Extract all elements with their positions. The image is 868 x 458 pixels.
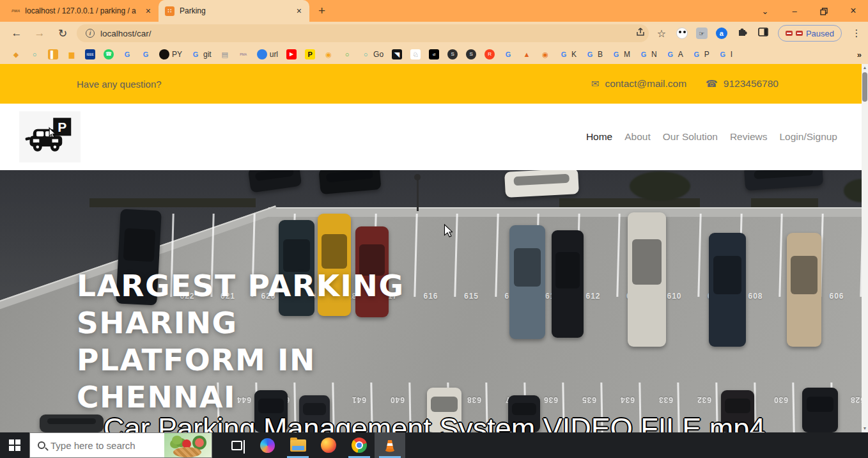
bookmark-youtube[interactable]: ▶ — [284, 49, 298, 59]
car-windshield — [513, 174, 570, 186]
parked-car — [552, 230, 584, 338]
bookmark-s[interactable]: S — [446, 49, 460, 59]
chrome-button[interactable] — [344, 432, 375, 458]
bookmark-device[interactable]: ▤ — [218, 49, 232, 59]
bookmark-camera[interactable]: ◉ — [322, 49, 336, 59]
scroll-up-icon[interactable]: ▲ — [862, 64, 868, 72]
tab-close-icon[interactable]: × — [144, 6, 152, 16]
nav-home[interactable]: Home — [586, 131, 612, 143]
bookmark-star-icon[interactable]: ☆ — [655, 28, 668, 40]
address-bar[interactable]: i localhost/car/ — [77, 24, 649, 42]
start-button[interactable] — [0, 432, 29, 458]
bookmark-google[interactable]: GN — [637, 49, 659, 59]
bookmark-whatsapp[interactable]: ☎ — [102, 49, 116, 59]
bookmark-github[interactable]: PY — [157, 49, 184, 59]
bookmark-url[interactable]: url — [255, 49, 280, 59]
google-icon: G — [611, 49, 621, 59]
bookmark-google[interactable]: GI — [716, 49, 734, 59]
site-logo[interactable]: P — [19, 111, 81, 162]
tab-phpmyadmin[interactable]: PMA localhost / 127.0.0.1 / parking / a … — [5, 0, 159, 22]
paused-label: Paused — [806, 29, 834, 38]
bookmark-google[interactable]: GP — [690, 49, 711, 59]
share-icon[interactable] — [634, 26, 647, 40]
bookmark-google[interactable]: G — [139, 49, 153, 59]
pointer-extension-icon[interactable]: ☞ — [696, 28, 708, 39]
a-extension-icon[interactable]: a — [716, 28, 727, 39]
tab-close-icon[interactable]: × — [295, 6, 303, 16]
bookmark-label: M — [624, 50, 630, 59]
bookmark-grid[interactable]: ▌ — [46, 49, 60, 59]
nav-login-signup[interactable]: Login/Signup — [780, 131, 838, 143]
new-tab-button[interactable]: + — [318, 4, 325, 18]
nav-reviews[interactable]: Reviews — [730, 131, 768, 143]
parking-line — [616, 214, 620, 297]
email-link[interactable]: ✉ contact@mail.com — [591, 78, 686, 90]
phone-link[interactable]: ☎ 9123456780 — [706, 78, 779, 90]
side-panel-icon[interactable] — [757, 26, 770, 40]
cl-icon: cl — [429, 49, 439, 59]
bookmark-google[interactable]: GA — [663, 49, 685, 59]
forward-icon[interactable]: → — [28, 27, 51, 40]
hero-heading-line: PLATFORM IN — [77, 342, 405, 379]
bookmark-bird[interactable]: ◥ — [390, 49, 404, 59]
back-icon[interactable]: ← — [5, 27, 28, 40]
bookmark-p[interactable]: P — [303, 49, 317, 59]
extensions-puzzle-icon[interactable] — [736, 26, 748, 40]
bookmark-phpmyadmin[interactable]: PMA — [236, 49, 251, 59]
bookmark-matlab[interactable]: ▲ — [520, 49, 534, 59]
bookmark-eye[interactable]: ◉ — [538, 49, 552, 59]
bookmark-godaddy[interactable]: ○Go — [359, 49, 385, 59]
bookmarks-overflow-chevron[interactable]: » — [857, 45, 862, 64]
bookmark-person[interactable]: ♘ — [408, 49, 422, 59]
bookmark-label: I — [731, 50, 732, 59]
scrollbar-thumb[interactable] — [862, 72, 867, 102]
reload-icon[interactable]: ↻ — [51, 27, 74, 40]
scroll-down-icon[interactable]: ▼ — [862, 425, 868, 432]
car-windshield — [754, 170, 813, 179]
bookmark-google[interactable]: GM — [609, 49, 632, 59]
firefox-button[interactable] — [313, 432, 344, 458]
google-icon: G — [718, 49, 728, 59]
parking-line — [779, 214, 782, 297]
windows-taskbar: Hot days ahead ENGIN 3:59 PM 6/18/2025 1… — [0, 432, 868, 458]
panda-extension-icon[interactable] — [676, 28, 688, 39]
search-highlight-image[interactable] — [164, 433, 212, 457]
bookmark-ieee[interactable]: IEEE — [83, 49, 97, 59]
restore-button[interactable] — [809, 6, 839, 16]
task-view-button[interactable] — [221, 432, 252, 458]
bookmark-s[interactable]: S — [464, 49, 478, 59]
mouse-cursor — [444, 224, 453, 237]
url-text[interactable]: localhost/car/ — [100, 29, 151, 38]
bookmark-diamond[interactable]: ◆ — [9, 49, 23, 59]
bookmark-godaddy[interactable]: ○ — [27, 49, 42, 59]
bookmarks-bar: ◆○▌▆IEEE☎GGPYGgit▤PMAurl▶P◉○○Go◥♘clSSRG▲… — [0, 45, 868, 64]
close-button[interactable]: × — [839, 5, 868, 17]
page-scrollbar[interactable]: ▲ ▼ — [862, 64, 868, 432]
vlc-icon — [382, 438, 398, 453]
email-text[interactable]: contact@mail.com — [605, 78, 686, 90]
search-input[interactable] — [50, 440, 146, 451]
site-info-icon[interactable]: i — [86, 29, 95, 38]
phone-text[interactable]: 9123456780 — [724, 78, 779, 90]
bookmark-r[interactable]: R — [483, 49, 497, 59]
downloads-paused-button[interactable]: Paused — [778, 25, 842, 42]
bookmark-google[interactable]: G — [501, 49, 515, 59]
taskbar-search[interactable] — [29, 432, 212, 458]
vlc-button[interactable] — [375, 432, 405, 458]
bookmark-google[interactable]: Ggit — [189, 49, 213, 59]
bookmark-google[interactable]: GB — [583, 49, 605, 59]
bookmark-google[interactable]: G — [120, 49, 134, 59]
nav-about[interactable]: About — [624, 131, 651, 143]
file-explorer-button[interactable] — [283, 432, 313, 458]
menu-kebab-icon[interactable]: ⋮ — [850, 28, 863, 39]
hero-heading-line: CHENNAI — [77, 379, 405, 416]
bookmark-google[interactable]: GK — [557, 49, 578, 59]
tab-parking[interactable]: ∷ Parking × — [159, 0, 309, 22]
bookmark-analytics[interactable]: ▆ — [65, 49, 79, 59]
bookmark-ring[interactable]: ○ — [340, 49, 354, 59]
tab-search-icon[interactable]: ⌄ — [750, 6, 780, 16]
bookmark-cl[interactable]: cl — [427, 49, 441, 59]
minimize-button[interactable]: – — [780, 6, 809, 16]
copilot-button[interactable] — [252, 432, 283, 458]
nav-our-solution[interactable]: Our Solution — [663, 131, 718, 143]
